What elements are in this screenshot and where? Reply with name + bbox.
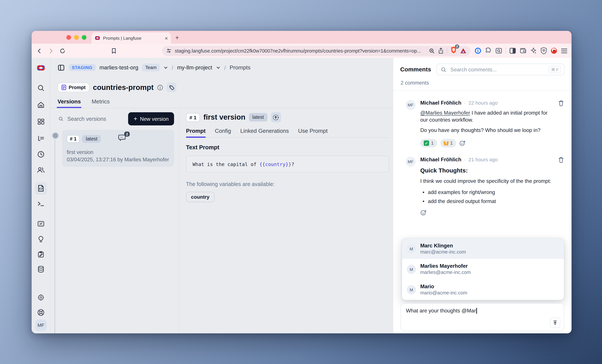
shield-count-badge: 2 <box>455 44 459 49</box>
mention-option[interactable]: M Marc Klingen marc@acme-inc.com <box>402 238 564 259</box>
forward-icon[interactable] <box>48 48 54 54</box>
mention-dropdown: M Marc Klingen marc@acme-inc.com M Marli… <box>402 238 564 300</box>
new-version-button[interactable]: + New version <box>128 112 174 126</box>
home-icon[interactable] <box>37 101 45 109</box>
breadcrumb-section[interactable]: Prompts <box>230 64 250 71</box>
scores-icon[interactable] <box>37 220 45 227</box>
zoom-page-icon[interactable] <box>429 48 435 54</box>
comment-timestamp: 21 hours ago <box>468 157 498 162</box>
users-icon[interactable] <box>37 166 45 174</box>
mention-option[interactable]: M Marlies Mayerhofer marlies@acme-inc.co… <box>402 259 564 279</box>
tab-linked-generations[interactable]: Linked Generations <box>240 128 289 138</box>
reader-extension-icon[interactable] <box>550 47 558 54</box>
info-icon[interactable] <box>157 84 163 90</box>
tracing-icon[interactable] <box>37 135 45 143</box>
delete-comment-icon[interactable] <box>559 100 564 106</box>
chevron-down-icon[interactable] <box>163 65 168 70</box>
prompt-type-label: Prompt <box>69 85 86 90</box>
search-shortcut-badge: ⌘ F <box>549 66 561 73</box>
wallet-icon[interactable] <box>519 47 527 54</box>
versions-panel: + New version # 1 latest <box>51 108 179 333</box>
brave-rewards-icon[interactable] <box>460 48 466 54</box>
extensions-puzzle-icon[interactable] <box>485 47 492 54</box>
comment-avatar: MF <box>406 157 416 167</box>
versions-search-input[interactable] <box>66 116 124 122</box>
support-lifebuoy-icon[interactable] <box>37 309 45 316</box>
playground-terminal-icon[interactable] <box>37 200 45 207</box>
reaction-raised-hands[interactable]: 1 <box>440 139 456 148</box>
tags-button[interactable] <box>167 83 176 92</box>
breadcrumb-org[interactable]: marlies-test-org <box>99 64 138 71</box>
text-prompt-heading: Text Prompt <box>186 144 389 150</box>
comments-bubble-icon[interactable]: 2 <box>118 134 126 143</box>
site-settings-icon[interactable] <box>166 48 172 54</box>
share-icon[interactable] <box>438 47 444 54</box>
comments-search[interactable]: ⌘ F <box>437 64 565 75</box>
tab-close-icon[interactable]: × <box>165 35 168 41</box>
comments-search-input[interactable] <box>450 66 546 73</box>
menu-hamburger-icon[interactable] <box>561 48 568 54</box>
settings-gear-icon[interactable] <box>37 294 45 301</box>
vpn-shield-icon[interactable] <box>540 47 547 54</box>
brave-shield-icon[interactable]: 2 <box>450 46 457 55</box>
tab-search-icon[interactable] <box>495 47 502 54</box>
arrow-up-dashed-circle-icon <box>272 114 279 120</box>
comment-text: I think we could improve the specificity… <box>420 178 564 185</box>
password-manager-icon[interactable] <box>474 47 482 54</box>
url-bar[interactable]: staging.langfuse.com/project/cm22fk0w700… <box>162 46 470 56</box>
latest-badge: latest <box>249 113 267 122</box>
sidebar-item-prompts[interactable] <box>35 182 47 194</box>
langfuse-logo[interactable] <box>36 64 45 72</box>
dashboards-icon[interactable] <box>37 118 45 126</box>
search-icon[interactable] <box>37 84 45 92</box>
breadcrumb-project[interactable]: my-llm-project <box>177 64 212 71</box>
version-name: first version <box>67 149 169 155</box>
add-reaction-icon[interactable] <box>459 140 466 146</box>
bookmark-icon[interactable] <box>111 48 117 54</box>
user-avatar[interactable]: MF <box>35 320 47 331</box>
comment-text: Do you have any thoughts? Who should we … <box>420 127 564 134</box>
versions-search[interactable] <box>58 116 124 122</box>
sidebar-toggle-icon[interactable] <box>509 47 516 54</box>
reaction-check[interactable]: ✓ 1 <box>420 139 437 148</box>
url-text[interactable]: staging.langfuse.com/project/cm22fk0w700… <box>175 48 426 54</box>
tab-use-prompt[interactable]: Use Prompt <box>298 128 328 138</box>
variable-chip: country <box>186 192 215 202</box>
comment-item: MF Michael Fröhlich · 21 hours ago Quick… <box>393 150 572 217</box>
tab-versions[interactable]: Versions <box>58 98 81 108</box>
version-list-item[interactable]: # 1 latest 2 first version 0 <box>62 130 174 167</box>
leo-ai-sparkle-icon[interactable] <box>530 47 537 54</box>
tab-metrics[interactable]: Metrics <box>92 98 110 108</box>
version-detail-panel: # 1 first version latest Prompt C <box>179 108 393 333</box>
promote-version-button[interactable] <box>271 112 281 122</box>
tab-config[interactable]: Config <box>215 128 231 138</box>
evals-lightbulb-icon[interactable] <box>37 236 45 243</box>
reload-icon[interactable] <box>59 48 65 54</box>
browser-window: Prompts | Langfuse × + <box>32 31 572 333</box>
comment-input-value: What are your thoughts @Mar <box>406 308 476 314</box>
submit-comment-button[interactable] <box>550 317 560 328</box>
add-reaction-icon[interactable] <box>420 210 427 216</box>
timeline-dot <box>52 132 59 139</box>
sessions-clock-icon[interactable] <box>37 150 45 158</box>
tab-prompt[interactable]: Prompt <box>186 128 205 138</box>
back-icon[interactable] <box>36 48 42 54</box>
comment-input[interactable]: What are your thoughts @Mar <box>401 303 564 331</box>
window-minimize-button[interactable] <box>74 35 79 40</box>
window-close-button[interactable] <box>66 35 71 40</box>
page-header: Prompt countries-prompt <box>51 77 393 108</box>
annotation-queues-icon[interactable] <box>37 251 45 258</box>
browser-tab[interactable]: Prompts | Langfuse × <box>91 32 171 43</box>
mention-link[interactable]: @Marlies Mayerhofer <box>420 110 470 116</box>
delete-comment-icon[interactable] <box>559 157 564 163</box>
variables-hint: The following variables are available: <box>186 181 389 187</box>
page-title: countries-prompt <box>93 83 154 92</box>
window-zoom-button[interactable] <box>82 35 86 40</box>
panel-toggle-icon[interactable] <box>58 64 65 71</box>
toolbar-extensions <box>474 47 568 54</box>
chevron-down-icon[interactable] <box>216 65 220 70</box>
mention-option[interactable]: M Mario mario@acme-inc.com <box>402 279 564 300</box>
new-tab-button[interactable]: + <box>175 34 179 42</box>
datasets-database-icon[interactable] <box>37 265 45 273</box>
comment-text: @Marlies Mayerhofer I have added an init… <box>420 110 556 123</box>
